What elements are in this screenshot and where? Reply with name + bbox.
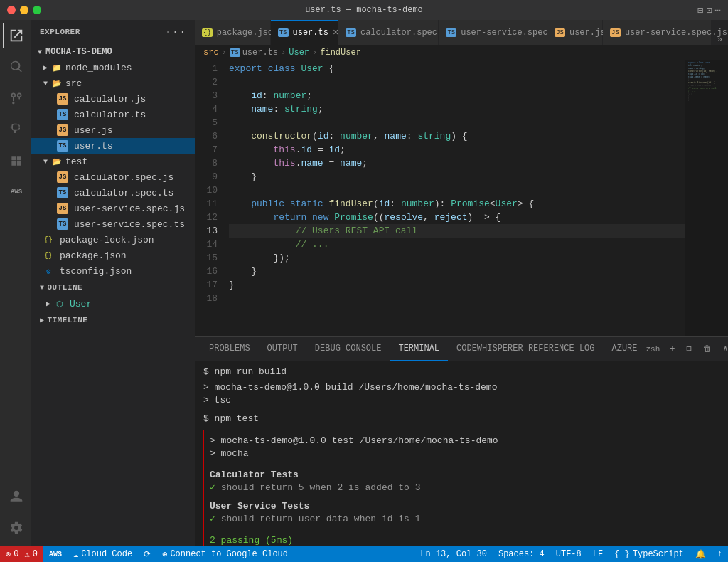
panel-actions: zsh + ⊟ 🗑 ∧ × (646, 342, 728, 356)
sidebar-item-test[interactable]: ▼ 📂 test (31, 154, 195, 169)
breadcrumb-src: src (203, 48, 219, 58)
outline-item-user[interactable]: ▶ ⬡ User (31, 296, 195, 312)
project-arrow: ▼ (34, 46, 46, 58)
test-passing-count: 2 passing (5ms) (210, 534, 713, 546)
status-position[interactable]: Ln 13, Col 30 (414, 546, 493, 562)
user-test-pass: ✓ should return user data when id is 1 (210, 513, 713, 526)
status-sync[interactable]: ⟳ (138, 546, 156, 562)
terminal-line-2: > mocha-ts-demo@1.0.0 build /Users/home/… (203, 381, 719, 394)
panel-tab-problems[interactable]: PROBLEMS (200, 337, 259, 361)
editor-content: 12345 678910 1112131415 161718 export cl… (195, 60, 728, 336)
breadcrumb-user-class: User (289, 48, 309, 58)
tab-close-user-ts[interactable]: × (333, 27, 338, 38)
js-icon: JS (57, 93, 68, 105)
tabs-overflow[interactable]: » (712, 35, 728, 45)
status-bar: ⊗ 0 ⚠ 0 AWS ☁ Cloud Code ⟳ ⊕ Connect to … (0, 546, 728, 562)
sidebar-more-icon[interactable]: ··· (165, 26, 186, 38)
test-folder-icon: 📂 (51, 156, 63, 167)
settings-activity-icon[interactable] (3, 515, 28, 541)
sidebar-item-calculator-ts[interactable]: TS calculator.ts (31, 107, 195, 122)
account-activity-icon[interactable] (3, 484, 28, 509)
breadcrumb-ts-icon: TS (230, 48, 240, 57)
ts-icon: TS (57, 109, 68, 120)
project-root[interactable]: ▼ MOCHA-TS-DEMO (31, 44, 195, 60)
node-modules-arrow: ▶ (40, 62, 51, 73)
panel-tab-codewhisperer[interactable]: CODEWHISPERER REFERENCE LOG (448, 337, 603, 361)
panel: PROBLEMS OUTPUT DEBUG CONSOLE TERMINAL C… (195, 336, 728, 546)
status-upload[interactable]: ↑ (712, 546, 728, 562)
status-connect[interactable]: ⊕ Connect to Google Cloud (156, 546, 294, 562)
panel-tab-terminal[interactable]: TERMINAL (390, 337, 448, 361)
sidebar-item-calc-spec-js[interactable]: JS calculator.spec.js (31, 169, 195, 185)
outline-section[interactable]: ▼ OUTLINE (31, 279, 195, 296)
tab-user-service-spec-js[interactable]: JS user-service.spec.js (603, 20, 712, 45)
sync-icon: ⟳ (144, 549, 151, 560)
minimize-button[interactable] (20, 6, 28, 14)
sidebar-item-node-modules[interactable]: ▶ 📁 node_modules (31, 60, 195, 75)
explorer-activity-icon[interactable] (3, 23, 28, 48)
sidebar-item-user-ts[interactable]: TS user.ts (31, 138, 195, 154)
tab-icon-calc-spec-ts: TS (346, 28, 356, 37)
layout-icon[interactable]: ⊟ (697, 4, 703, 16)
status-aws[interactable]: AWS (43, 546, 68, 562)
calc-test-suite: Calculator Tests (210, 469, 713, 482)
panel-maximize-icon[interactable]: ∧ (719, 342, 728, 356)
status-spaces[interactable]: Spaces: 4 (493, 546, 550, 562)
sidebar-item-user-service-spec-js[interactable]: JS user-service.spec.js (31, 201, 195, 216)
sidebar-item-package-lock[interactable]: {} package-lock.json (31, 232, 195, 248)
sidebar-item-src[interactable]: ▼ 📂 src (31, 75, 195, 91)
error-icon: ⊗ (6, 549, 11, 560)
tab-calculator-spec-ts[interactable]: TS calculator.spec.ts (338, 20, 439, 45)
tab-user-ts[interactable]: TS user.ts × (271, 20, 339, 45)
code-editor[interactable]: export class User { id: number; name: st… (223, 60, 685, 336)
kill-terminal-icon[interactable]: 🗑 (699, 342, 716, 356)
user-class-arrow: ▶ (43, 298, 54, 309)
timeline-arrow: ▶ (40, 316, 45, 324)
sidebar-item-package-json[interactable]: {} package.json (31, 248, 195, 263)
status-feedback[interactable]: 🔔 (690, 546, 712, 562)
tab-user-service-spec-ts[interactable]: TS user-service.spec.ts (439, 20, 547, 45)
sidebar-title: EXPLORER ··· (31, 20, 195, 44)
source-control-activity-icon[interactable] (3, 85, 28, 111)
terminal-content[interactable]: $ npm run build > mocha-ts-demo@1.0.0 bu… (195, 361, 728, 546)
calc-test-pass: ✓ should return 5 when 2 is added to 3 (210, 482, 713, 494)
lang-icon: { } (614, 549, 630, 559)
sidebar-item-user-js[interactable]: JS user.js (31, 122, 195, 138)
user-test-suite: User Service Tests (210, 500, 713, 513)
tab-package-json[interactable]: {} package.json (195, 20, 271, 45)
sidebar-item-user-service-spec-ts[interactable]: TS user-service.spec.ts (31, 216, 195, 232)
aws-activity-icon[interactable]: AWS (3, 179, 28, 205)
debug-activity-icon[interactable] (3, 117, 28, 142)
panel-tab-azure[interactable]: AZURE (604, 337, 646, 361)
sidebar-item-tsconfig[interactable]: ⚙ tsconfig.json (31, 263, 195, 279)
status-cloud-code[interactable]: ☁ Cloud Code (68, 546, 138, 562)
js-icon-2: JS (57, 124, 68, 136)
panel-tab-output[interactable]: OUTPUT (259, 337, 306, 361)
status-language[interactable]: { } TypeScript (609, 546, 690, 562)
sidebar-item-calculator-js[interactable]: JS calculator.js (31, 91, 195, 107)
maximize-button[interactable] (33, 6, 41, 14)
close-button[interactable] (7, 6, 16, 14)
panel-tab-debug-console[interactable]: DEBUG CONSOLE (306, 337, 390, 361)
status-eol[interactable]: LF (587, 546, 609, 562)
status-errors[interactable]: ⊗ 0 ⚠ 0 (0, 546, 43, 562)
timeline-section[interactable]: ▶ TIMELINE (31, 312, 195, 329)
window-title: user.ts — mocha-ts-demo (305, 5, 423, 15)
status-encoding[interactable]: UTF-8 (550, 546, 587, 562)
new-terminal-icon[interactable]: + (665, 343, 679, 356)
split-icon[interactable]: ⊡ (706, 4, 712, 16)
json-icon: {} (43, 234, 54, 245)
tab-user-js[interactable]: JS user.js (547, 20, 603, 45)
js-icon-4: JS (57, 203, 68, 214)
breadcrumb-finduser: findUser (320, 48, 361, 58)
class-icon: ⬡ (54, 298, 65, 309)
tab-icon-user-ts: TS (278, 28, 289, 37)
json-icon-2: {} (43, 250, 54, 261)
more-icon[interactable]: ⋯ (715, 4, 721, 16)
outline-arrow: ▼ (40, 284, 45, 292)
split-terminal-icon[interactable]: ⊟ (682, 342, 696, 356)
search-activity-icon[interactable] (3, 54, 28, 80)
extensions-activity-icon[interactable] (3, 148, 28, 174)
line-numbers: 12345 678910 1112131415 161718 (195, 60, 223, 336)
sidebar-item-calc-spec-ts[interactable]: TS calculator.spec.ts (31, 185, 195, 201)
